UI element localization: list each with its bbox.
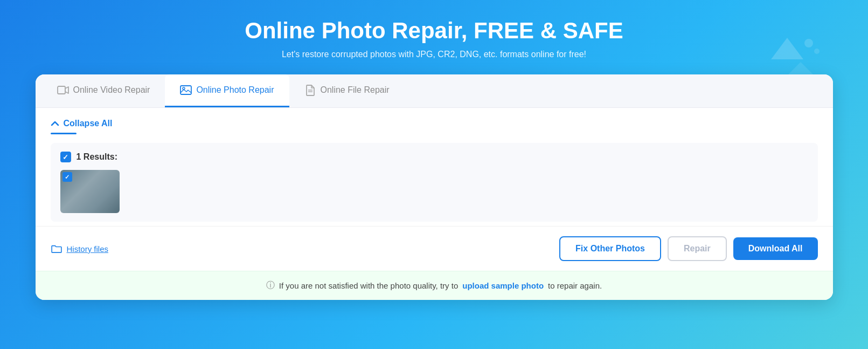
fix-other-photos-button[interactable]: Fix Other Photos xyxy=(559,236,661,261)
tab-file-repair[interactable]: Online File Repair xyxy=(289,74,405,107)
collapse-all-label: Collapse All xyxy=(64,119,113,128)
tab-photo-label: Online Photo Repair xyxy=(196,85,274,95)
tab-video-label: Online Video Repair xyxy=(73,85,150,95)
results-area: 1 Results: xyxy=(51,143,818,222)
main-card: Online Video Repair Online Photo Repair xyxy=(36,74,833,300)
tabs-container: Online Video Repair Online Photo Repair xyxy=(36,74,833,108)
collapse-divider xyxy=(51,133,77,134)
notice-prefix: If you are not satisfied with the photo … xyxy=(279,281,458,290)
header-section: Online Photo Repair, FREE & SAFE Let's r… xyxy=(245,17,623,59)
photo-icon xyxy=(180,84,192,96)
svg-point-2 xyxy=(814,49,820,54)
results-header: 1 Results: xyxy=(60,152,808,162)
select-all-checkbox[interactable] xyxy=(60,152,71,162)
download-all-button[interactable]: Download All xyxy=(733,237,818,260)
file-icon xyxy=(304,84,316,96)
photo-thumbnail[interactable] xyxy=(60,170,120,213)
upload-sample-link[interactable]: upload sample photo xyxy=(462,281,544,290)
tab-file-label: Online File Repair xyxy=(321,85,390,95)
photo-select-checkbox[interactable] xyxy=(63,172,72,182)
svg-rect-6 xyxy=(180,86,191,94)
video-icon xyxy=(57,84,69,96)
notice-bar: ⓘ If you are not satisfied with the phot… xyxy=(36,271,833,300)
repair-button: Repair xyxy=(668,236,727,261)
svg-marker-0 xyxy=(771,38,803,59)
history-files-label: History files xyxy=(67,244,109,254)
page-subtitle: Let's restore corrupted photos with JPG,… xyxy=(245,50,623,59)
svg-point-1 xyxy=(804,39,813,47)
history-files-link[interactable]: History files xyxy=(51,244,109,254)
tab-photo-repair[interactable]: Online Photo Repair xyxy=(165,74,289,107)
collapse-all-button[interactable]: Collapse All xyxy=(51,119,818,128)
results-count: 1 Results: xyxy=(77,152,117,162)
card-body: Collapse All 1 Results: xyxy=(36,108,833,222)
tab-video-repair[interactable]: Online Video Repair xyxy=(42,74,165,107)
svg-marker-5 xyxy=(65,87,68,93)
thumbnail-inner xyxy=(60,170,120,213)
svg-rect-4 xyxy=(58,86,65,94)
footer-buttons: Fix Other Photos Repair Download All xyxy=(559,236,817,261)
notice-suffix: to repair again. xyxy=(548,281,602,290)
footer-bar: History files Fix Other Photos Repair Do… xyxy=(36,226,833,271)
svg-marker-3 xyxy=(787,62,814,76)
info-icon: ⓘ xyxy=(266,280,275,291)
page-title: Online Photo Repair, FREE & SAFE xyxy=(245,17,623,44)
folder-icon xyxy=(51,244,63,253)
